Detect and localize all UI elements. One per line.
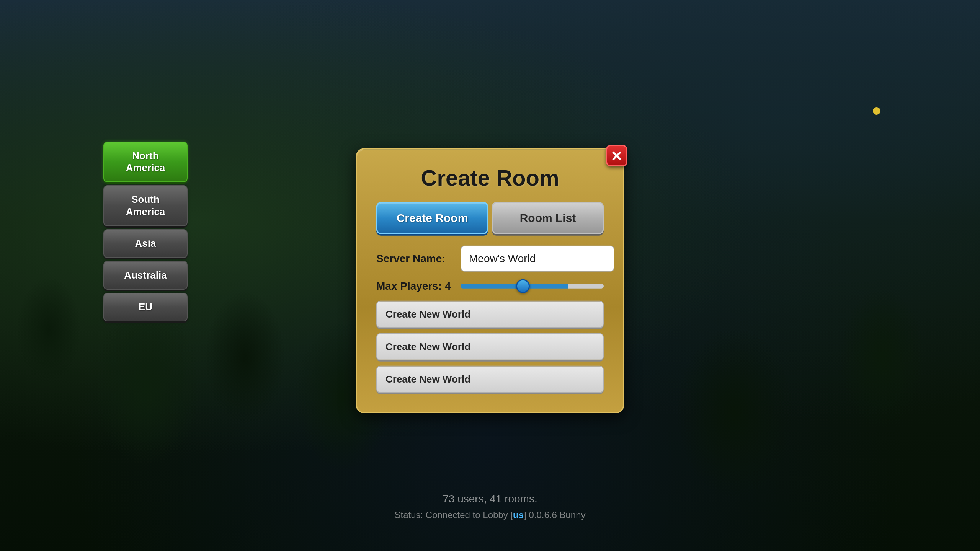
max-players-row: Max Players: 4 <box>376 280 604 292</box>
max-players-slider[interactable] <box>461 284 604 289</box>
region-button-asia[interactable]: Asia <box>103 229 188 258</box>
decoration-dot <box>873 107 880 115</box>
region-button-australia[interactable]: Australia <box>103 261 188 290</box>
status-prefix: Status: Connected to Lobby [ <box>394 510 513 520</box>
modal-title: Create Room <box>376 165 604 191</box>
world-slot-3[interactable]: Create New World <box>376 366 604 393</box>
world-slot-2[interactable]: Create New World <box>376 333 604 360</box>
max-players-slider-container <box>461 284 604 289</box>
status-text: Status: Connected to Lobby [us] 0.0.6.6 … <box>0 510 980 520</box>
status-region: us <box>513 510 524 520</box>
tab-row: Create Room Room List <box>376 202 604 234</box>
region-button-south-america[interactable]: SouthAmerica <box>103 185 188 226</box>
region-button-eu[interactable]: EU <box>103 293 188 321</box>
users-count: 73 users, 41 rooms. <box>0 493 980 505</box>
server-name-label: Server Name: <box>376 253 453 265</box>
status-suffix: ] 0.0.6.6 Bunny <box>524 510 585 520</box>
server-name-row: Server Name: <box>376 246 604 272</box>
create-room-modal: Create Room Create Room Room List Server… <box>356 148 624 413</box>
server-name-input[interactable] <box>461 246 614 272</box>
status-bar: 73 users, 41 rooms. Status: Connected to… <box>0 493 980 520</box>
region-button-north-america[interactable]: NorthAmerica <box>103 142 188 182</box>
tab-create-room[interactable]: Create Room <box>376 202 488 234</box>
close-button[interactable] <box>606 145 627 166</box>
tab-room-list[interactable]: Room List <box>492 202 604 234</box>
max-players-label: Max Players: 4 <box>376 280 453 292</box>
region-list: NorthAmerica SouthAmerica Asia Australia… <box>103 142 188 321</box>
world-slot-1[interactable]: Create New World <box>376 301 604 328</box>
